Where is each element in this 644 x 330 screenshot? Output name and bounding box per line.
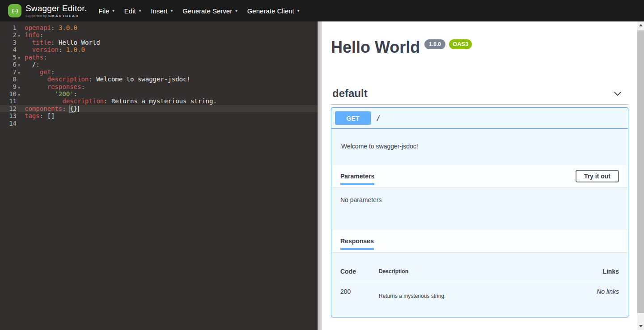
editor-lines: 1openapi: 3.0.02▾info:3 title: Hello Wor… bbox=[0, 24, 318, 127]
response-description: Returns a mysterious string. bbox=[379, 282, 559, 309]
navbar-menu: File▾Edit▾Insert▾Generate Server▾Generat… bbox=[98, 7, 309, 15]
line-number: 7▾ bbox=[0, 68, 21, 76]
text-cursor bbox=[78, 106, 79, 112]
code-line[interactable]: openapi: 3.0.0 bbox=[21, 24, 318, 31]
oas3-badge: OAS3 bbox=[449, 39, 472, 49]
code-line[interactable]: title: Hello World bbox=[21, 39, 318, 46]
editor-line: 4 version: 1.0.0 bbox=[0, 46, 318, 53]
line-number: 8 bbox=[0, 76, 21, 83]
code-line[interactable]: get: bbox=[21, 68, 318, 76]
opblock-get: GET / Welcome to swagger-jsdoc! Paramete… bbox=[331, 107, 628, 317]
tag-title: default bbox=[332, 87, 368, 100]
code-line[interactable]: '200': bbox=[21, 90, 318, 97]
editor-line: 11 description: Returns a mysterious str… bbox=[0, 97, 318, 105]
line-number: 13 bbox=[0, 112, 21, 119]
code-line[interactable]: responses: bbox=[21, 83, 318, 90]
preview-scrollbar bbox=[637, 21, 644, 330]
editor-line: 6▾ /: bbox=[0, 61, 318, 68]
line-number: 4 bbox=[0, 46, 21, 53]
line-number: 11 bbox=[0, 97, 21, 105]
app-title: Swagger Editor. bbox=[25, 4, 87, 13]
responses-table-header-row: Code Description Links bbox=[340, 261, 619, 282]
get-method-button[interactable]: GET bbox=[335, 111, 371, 125]
code-line[interactable] bbox=[21, 120, 318, 127]
pane-splitter[interactable] bbox=[318, 21, 322, 330]
menu-file[interactable]: File▾ bbox=[98, 7, 114, 15]
parameters-header: Parameters Try it out bbox=[331, 165, 628, 187]
try-it-out-button[interactable]: Try it out bbox=[576, 170, 619, 182]
swagger-ui-preview: Hello World 1.0.0 OAS3 default GET / Wel… bbox=[322, 21, 637, 330]
smartbear-label: SMARTBEAR bbox=[48, 14, 79, 18]
responses-header: Responses bbox=[331, 230, 628, 252]
editor-line: 3 title: Hello World bbox=[0, 39, 318, 46]
editor-line: 1openapi: 3.0.0 bbox=[0, 24, 318, 31]
menu-insert[interactable]: Insert▾ bbox=[151, 7, 173, 15]
menu-label: Edit bbox=[124, 7, 136, 15]
editor-line: 10▾ '200': bbox=[0, 90, 318, 97]
line-number: 10▾ bbox=[0, 90, 21, 97]
line-number: 12 bbox=[0, 105, 21, 112]
code-line[interactable]: components: {} bbox=[21, 105, 318, 112]
operation-summary[interactable]: GET / bbox=[331, 108, 628, 129]
brand-text: Swagger Editor. Supported bySMARTBEAR bbox=[25, 4, 87, 18]
response-links: No links bbox=[559, 282, 619, 309]
caret-down-icon: ▾ bbox=[297, 8, 300, 13]
responses-table: Code Description Links 200 Returns a mys… bbox=[340, 261, 619, 308]
line-number: 14 bbox=[0, 120, 21, 127]
responses-body: Code Description Links 200 Returns a mys… bbox=[331, 252, 628, 317]
swagger-logo-icon: {⋯} bbox=[8, 4, 21, 17]
editor-line: 13tags: [] bbox=[0, 112, 318, 119]
badges: 1.0.0 OAS3 bbox=[424, 39, 472, 49]
no-parameters-label: No parameters bbox=[340, 196, 382, 203]
code-line[interactable]: tags: [] bbox=[21, 112, 318, 119]
code-line[interactable]: info: bbox=[21, 31, 318, 38]
parameters-body: No parameters bbox=[331, 187, 628, 230]
editor-line: 5▾paths: bbox=[0, 54, 318, 61]
navbar: {⋯} Swagger Editor. Supported bySMARTBEA… bbox=[0, 0, 644, 21]
api-info-header: Hello World 1.0.0 OAS3 bbox=[331, 39, 628, 55]
editor-line: 9▾ responses: bbox=[0, 83, 318, 90]
menu-label: Insert bbox=[151, 7, 168, 15]
caret-down-icon: ▾ bbox=[171, 8, 173, 13]
scrollbar-thumb[interactable] bbox=[637, 30, 644, 313]
response-code: 200 bbox=[340, 282, 379, 309]
menu-label: Generate Server bbox=[182, 7, 232, 15]
tab-parameters[interactable]: Parameters bbox=[340, 173, 374, 180]
operation-path: / bbox=[376, 114, 381, 123]
line-number: 1 bbox=[0, 24, 21, 31]
editor-line: 2▾info: bbox=[0, 31, 318, 38]
menu-generate-client[interactable]: Generate Client▾ bbox=[247, 7, 300, 15]
code-line[interactable]: paths: bbox=[21, 54, 318, 61]
response-row-200: 200 Returns a mysterious string. No link… bbox=[340, 282, 619, 309]
brand: {⋯} Swagger Editor. Supported bySMARTBEA… bbox=[8, 4, 87, 18]
code-line[interactable]: description: Welcome to swagger-jsdoc! bbox=[21, 76, 318, 83]
code-line[interactable]: /: bbox=[21, 61, 318, 68]
line-number: 3 bbox=[0, 39, 21, 46]
response-description-text: Returns a mysterious string. bbox=[379, 293, 559, 299]
column-header-description: Description bbox=[379, 261, 559, 282]
caret-down-icon: ▾ bbox=[235, 8, 237, 13]
chevron-down-icon[interactable] bbox=[613, 89, 622, 98]
scroll-up-icon bbox=[639, 24, 643, 26]
caret-down-icon: ▾ bbox=[139, 8, 141, 13]
scroll-up-button[interactable] bbox=[637, 21, 644, 29]
line-number: 5▾ bbox=[0, 54, 21, 61]
menu-generate-server[interactable]: Generate Server▾ bbox=[182, 7, 237, 15]
tag-section-default[interactable]: default bbox=[331, 87, 628, 105]
editor-line: 12components: {} bbox=[0, 105, 318, 112]
line-number: 6▾ bbox=[0, 61, 21, 68]
code-line[interactable]: version: 1.0.0 bbox=[21, 46, 318, 53]
scroll-down-button[interactable] bbox=[637, 322, 644, 330]
supported-by-label: Supported by bbox=[25, 14, 47, 17]
column-header-code: Code bbox=[340, 261, 379, 282]
line-number: 2▾ bbox=[0, 31, 21, 38]
responses-title: Responses bbox=[340, 237, 374, 245]
editor-line: 8 description: Welcome to swagger-jsdoc! bbox=[0, 76, 318, 83]
brand-subtitle: Supported bySMARTBEAR bbox=[25, 14, 87, 18]
operation-description: Welcome to swagger-jsdoc! bbox=[331, 129, 628, 165]
menu-label: Generate Client bbox=[247, 7, 294, 15]
menu-edit[interactable]: Edit▾ bbox=[124, 7, 141, 15]
scroll-down-icon bbox=[639, 325, 643, 327]
code-line[interactable]: description: Returns a mysterious string… bbox=[21, 97, 318, 105]
yaml-editor[interactable]: 1openapi: 3.0.02▾info:3 title: Hello Wor… bbox=[0, 21, 318, 330]
